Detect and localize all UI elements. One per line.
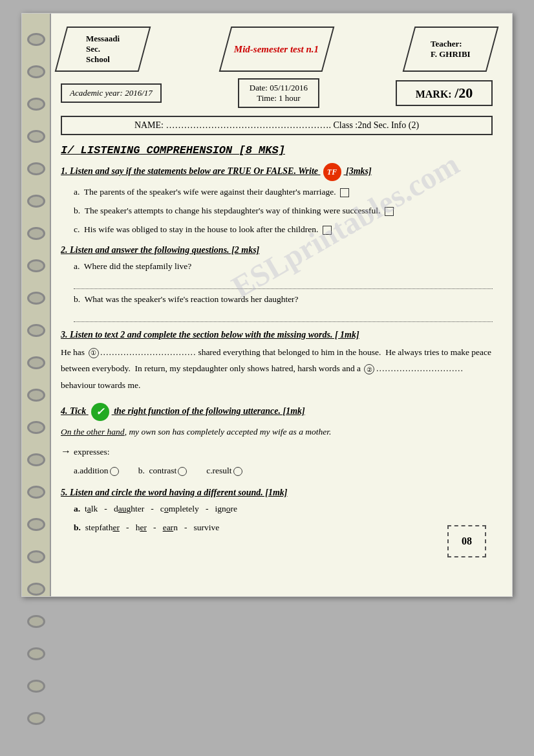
q2-item-a: a. Where did the stepfamily live?	[74, 259, 493, 274]
spiral-ring	[27, 712, 45, 725]
spiral-ring	[27, 647, 45, 660]
header-row1: Messaadi Sec. School Mid-semester test n…	[61, 27, 493, 72]
q2-items: a. Where did the stepfamily live? b. Wha…	[74, 259, 493, 322]
q2-title: 2. Listen and answer the following quest…	[61, 245, 493, 255]
spiral-ring	[27, 680, 45, 693]
option-b: b. contrast	[138, 464, 187, 479]
teacher-box: Teacher: F. GHRIBI	[403, 27, 499, 72]
school-box: Messaadi Sec. School	[55, 27, 151, 72]
spiral-ring	[27, 227, 45, 240]
section1-title: I/ LISTENING COMPREHENSION [8 MKS]	[61, 144, 493, 157]
mark-value: /20	[454, 85, 473, 101]
tf-badge: TF	[323, 163, 341, 181]
q1-items: a. The parents of the speaker's wife wer…	[74, 185, 493, 237]
q4-options: a.addition b. contrast c.result	[74, 464, 493, 479]
option-c: c.result	[206, 464, 242, 479]
score-box: 08	[447, 525, 486, 557]
date-label: Date: 05/11/2016	[250, 83, 308, 93]
q3-title: 3. Listen to text 2 and complete the sec…	[61, 330, 493, 340]
q1-item-b: b. The speaker's attempts to change his …	[74, 204, 493, 219]
spiral-ring	[27, 453, 45, 466]
test-title: Mid-semester test n.1	[234, 44, 319, 55]
spiral-ring	[27, 356, 45, 369]
name-line: NAME: ………………………………………………. Class :2nd Sec…	[61, 116, 493, 135]
spiral-ring	[27, 65, 45, 78]
checkbox-a[interactable]	[340, 188, 349, 197]
radio-a[interactable]	[110, 467, 119, 476]
academic-year: Academic year: 2016/17	[70, 88, 153, 98]
spiral-ring	[27, 259, 45, 272]
checkbox-c[interactable]	[323, 226, 332, 235]
spiral-ring	[27, 33, 45, 46]
q1-item-a: a. The parents of the speaker's wife wer…	[74, 185, 493, 200]
q1-item-c: c. His wife was obliged to stay in the h…	[74, 222, 493, 237]
q5-item-a: a. talk - daughter - completely - ignore	[74, 502, 493, 517]
checkbox-b[interactable]	[385, 207, 394, 216]
spiral-ring	[27, 130, 45, 143]
spiral-ring	[27, 550, 45, 563]
academic-year-box: Academic year: 2016/17	[61, 83, 162, 103]
q1-title: 1. Listen and say if the statements belo…	[61, 163, 493, 181]
spiral-ring	[27, 421, 45, 434]
radio-b[interactable]	[178, 467, 187, 476]
q4-expresses: →expresses:	[61, 442, 493, 460]
spiral-ring	[27, 583, 45, 596]
time-label: Time: 1 hour	[250, 93, 308, 103]
q3-text: He has ①…………………………… shared everything th…	[61, 344, 493, 394]
spiral-ring	[27, 389, 45, 402]
spiral-ring	[27, 324, 45, 337]
q2-item-b: b. What was the speaker's wife's reactio…	[74, 292, 493, 307]
spiral-ring	[27, 486, 45, 499]
q5-items: a. talk - daughter - completely - ignore…	[74, 502, 493, 535]
test-title-box: Mid-semester test n.1	[219, 27, 335, 72]
arrow-icon: →	[61, 446, 71, 457]
mark-label: MARK:	[416, 89, 452, 100]
name-text: NAME: ………………………………………………. Class :2nd Sec…	[134, 120, 419, 130]
spiral-ring	[27, 98, 45, 111]
header-row2: Academic year: 2016/17 Date: 05/11/2016 …	[61, 78, 493, 108]
spiral-ring	[27, 518, 45, 531]
teacher-info: Teacher: F. GHRIBI	[431, 39, 471, 59]
circle-1: ①	[89, 348, 99, 358]
spiral-ring	[27, 162, 45, 175]
spiral-ring	[27, 615, 45, 628]
document: ESLprintables.com Messaadi Sec. School M…	[21, 13, 513, 597]
circle-2: ②	[364, 364, 374, 374]
spiral-binding	[22, 14, 51, 596]
spiral-ring	[27, 195, 45, 208]
spiral-ring	[27, 292, 45, 305]
tick-icon: ✓	[91, 403, 109, 421]
q5-title: 5. Listen and circle the word having a d…	[61, 488, 493, 498]
q5-item-b: b. stepfather - her - earn - survive	[74, 521, 493, 535]
mark-box: MARK: /20	[396, 80, 493, 106]
school-name: Messaadi Sec. School	[86, 34, 120, 65]
q2-answer-a	[74, 277, 493, 289]
q4-utterance: On the other hand, my own son has comple…	[61, 425, 493, 440]
q4-title: 4. Tick ✓ the right function of the foll…	[61, 403, 493, 421]
radio-c[interactable]	[233, 467, 242, 476]
date-box: Date: 05/11/2016 Time: 1 hour	[238, 78, 319, 108]
q2-answer-b	[74, 310, 493, 322]
option-a: a.addition	[74, 464, 119, 479]
